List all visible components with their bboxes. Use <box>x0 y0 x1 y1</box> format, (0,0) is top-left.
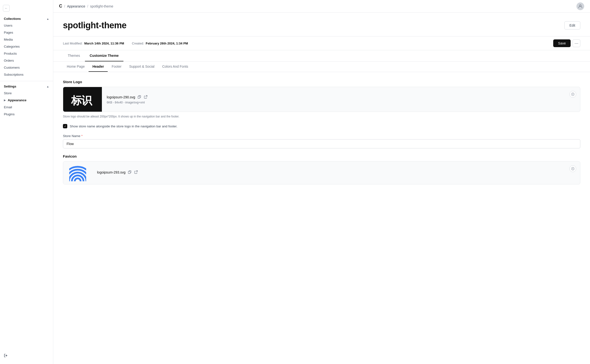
store-name-label-text: Store Name <box>63 134 80 138</box>
app-logo: C <box>59 4 62 9</box>
show-store-name-checkbox[interactable] <box>63 124 67 128</box>
logo-preview: 标识 <box>63 87 102 112</box>
ellipsis-icon: ⋯ <box>575 41 578 46</box>
sidebar-item-email-label: Email <box>4 105 12 109</box>
subtab-support-social[interactable]: Support & Social <box>125 62 158 72</box>
logo-upload-area: 标识 logoipsum-290.svg <box>63 87 580 112</box>
favicon-field: Favicon logoipsum <box>63 154 580 184</box>
last-modified-value: March 14th 2024, 11:36 PM <box>84 42 124 45</box>
avatar[interactable] <box>576 2 584 10</box>
sidebar-item-store[interactable]: Store <box>0 90 53 97</box>
sidebar-item-users-label: Users <box>4 24 12 27</box>
subtab-header[interactable]: Header <box>89 62 108 72</box>
store-logo-label: Store Logo <box>63 80 580 84</box>
chevron-right-icon: ▶ <box>4 99 6 102</box>
open-logo-button[interactable] <box>144 95 148 100</box>
favicon-preview <box>63 161 92 184</box>
sidebar-item-appearance[interactable]: ▶ Appearance <box>0 97 53 104</box>
subtabs: Home Page Header Footer Support & Social… <box>53 62 590 72</box>
sidebar-item-pages-label: Pages <box>4 31 13 34</box>
breadcrumb-appearance[interactable]: Appearance <box>67 4 85 8</box>
chevron-up-icon-settings: ▲ <box>46 85 49 88</box>
open-favicon-button[interactable] <box>134 170 138 175</box>
breadcrumb-current: spotlight-theme <box>90 4 113 8</box>
logo-filename: logoipsum-290.svg <box>107 95 135 99</box>
last-modified-label: Last Modified: <box>63 42 83 45</box>
main-content: C / Appearance / spotlight-theme spotlig… <box>53 0 590 364</box>
svg-point-9 <box>75 178 81 181</box>
created-value: February 26th 2024, 1:34 PM <box>146 42 188 45</box>
sidebar-item-customers[interactable]: Customers <box>0 64 53 71</box>
sidebar-item-subscriptions[interactable]: Subscriptions <box>0 71 53 78</box>
sidebar-item-email[interactable]: Email <box>0 104 53 111</box>
favicon-label: Favicon <box>63 154 580 158</box>
tab-customize-theme[interactable]: Customize Theme <box>85 50 124 61</box>
subtab-homepage[interactable]: Home Page <box>63 62 89 72</box>
sidebar-item-store-label: Store <box>4 91 12 95</box>
sidebar-item-plugins-label: Plugins <box>4 112 15 116</box>
copy-logo-filename-button[interactable] <box>137 95 142 100</box>
sidebar-item-pages[interactable]: Pages <box>0 29 53 36</box>
sidebar-bottom <box>0 351 53 361</box>
logo-hint: Store logo should be atleast 200px*200px… <box>63 115 580 118</box>
sidebar-item-products-label: Products <box>4 52 17 55</box>
favicon-filename-row: logoipsum-293.svg <box>97 170 561 175</box>
sidebar-item-plugins[interactable]: Plugins <box>0 111 53 118</box>
sidebar: ← Collections ▲ Users Pages Media Catego… <box>0 0 53 364</box>
sidebar-section-collections: Collections ▲ Users Pages Media Categori… <box>0 15 53 78</box>
tab-themes[interactable]: Themes <box>63 50 85 61</box>
sidebar-item-categories[interactable]: Categories <box>0 43 53 50</box>
sidebar-item-orders[interactable]: Orders <box>0 57 53 64</box>
subtab-footer[interactable]: Footer <box>108 62 125 72</box>
sidebar-item-orders-label: Orders <box>4 59 14 62</box>
store-name-field: Store Name * <box>63 134 580 148</box>
sidebar-divider <box>0 81 53 81</box>
show-store-name-label: Show store name alongside the store logo… <box>70 124 177 128</box>
store-name-label: Store Name * <box>63 134 580 138</box>
sidebar-item-appearance-label: Appearance <box>8 98 26 102</box>
logout-button[interactable] <box>4 354 49 358</box>
sidebar-item-customers-label: Customers <box>4 66 20 69</box>
sidebar-item-products[interactable]: Products <box>0 50 53 57</box>
store-name-input[interactable] <box>63 139 580 148</box>
favicon-preview-icon <box>69 164 86 181</box>
copy-favicon-filename-button[interactable] <box>128 170 132 175</box>
remove-logo-button[interactable] <box>569 91 576 98</box>
main-tabs: Themes Customize Theme <box>53 50 590 62</box>
last-modified: Last Modified: March 14th 2024, 11:36 PM <box>63 42 124 45</box>
tabs-row: Themes Customize Theme <box>63 50 580 61</box>
meta-actions: Save ⋯ <box>553 39 580 47</box>
sidebar-item-users[interactable]: Users <box>0 22 53 29</box>
more-options-button[interactable]: ⋯ <box>573 39 580 47</box>
breadcrumb-sep-2: / <box>87 4 88 8</box>
sidebar-item-categories-label: Categories <box>4 45 20 48</box>
edit-button[interactable]: Edit <box>564 21 580 29</box>
created-label: Created: <box>132 42 144 45</box>
favicon-info: logoipsum-293.svg <box>92 161 566 184</box>
sidebar-section-settings-header[interactable]: Settings ▲ <box>0 83 53 90</box>
sidebar-item-subscriptions-label: Subscriptions <box>4 73 23 76</box>
logo-meta: 6KB - 84x40 - image/svg+xml <box>107 101 561 104</box>
logo-info: logoipsum-290.svg 6KB - 84x40 - image/sv… <box>102 87 566 112</box>
breadcrumb-sep-1: / <box>64 4 65 8</box>
form-area: Store Logo 标识 logoipsum-290.svg <box>53 72 590 198</box>
sidebar-section-collections-header[interactable]: Collections ▲ <box>0 15 53 22</box>
svg-text:标识: 标识 <box>71 95 92 107</box>
page-header: spotlight-theme Edit <box>53 13 590 36</box>
sidebar-item-media[interactable]: Media <box>0 36 53 43</box>
sidebar-item-media-label: Media <box>4 38 13 41</box>
remove-favicon-button[interactable] <box>569 165 576 172</box>
sidebar-section-settings: Settings ▲ Store ▶ Appearance Email Plug… <box>0 83 53 118</box>
subtabs-row: Home Page Header Footer Support & Social… <box>63 62 580 72</box>
sidebar-section-collections-title: Collections <box>4 17 21 21</box>
favicon-filename: logoipsum-293.svg <box>97 170 126 174</box>
topbar: C / Appearance / spotlight-theme <box>53 0 590 13</box>
save-button[interactable]: Save <box>553 39 571 47</box>
sidebar-toggle-button[interactable]: ← <box>3 5 10 12</box>
subtab-colors-fonts[interactable]: Colors And Fonts <box>158 62 192 72</box>
created-at: Created: February 26th 2024, 1:34 PM <box>132 42 188 45</box>
logout-icon <box>4 354 8 358</box>
chevron-up-icon: ▲ <box>46 17 49 20</box>
sidebar-section-settings-title: Settings <box>4 85 16 88</box>
meta-bar: Last Modified: March 14th 2024, 11:36 PM… <box>53 36 590 50</box>
